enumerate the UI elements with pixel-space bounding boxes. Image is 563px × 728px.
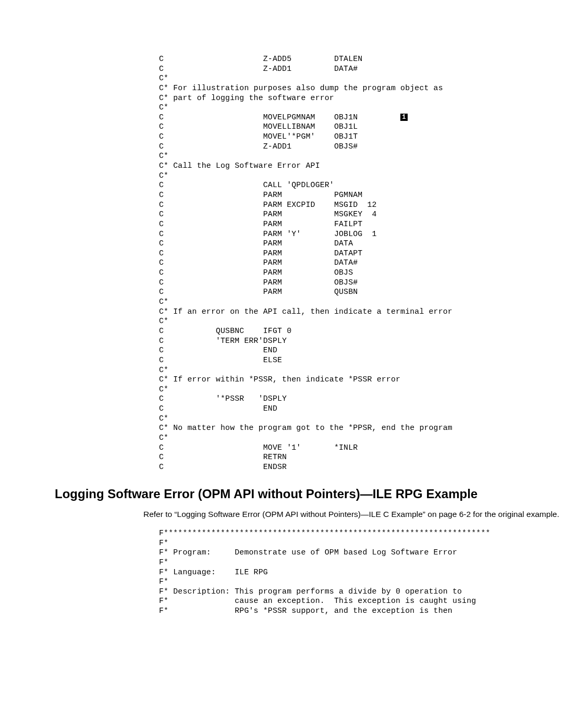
code-line: F* [159, 539, 168, 547]
code-line: C* For illustration purposes also dump t… [159, 84, 443, 92]
section-heading: Logging Software Error (OPM API without … [55, 487, 563, 501]
code-block-2: F***************************************… [159, 528, 563, 616]
code-line: F* Description: This program performs a … [159, 587, 462, 596]
code-line: C Z-ADD5 DTALEN [159, 55, 362, 63]
code-line: F* Language: ILE RPG [159, 568, 268, 576]
code-line: F***************************************… [159, 529, 491, 537]
code-line: F* cause an exception. This exception is… [159, 597, 476, 605]
code-line: C PARM PGMNAM [159, 191, 362, 199]
code-line: C PARM FAILPT [159, 220, 362, 228]
code-line: C Z-ADD1 DATA# [159, 65, 358, 73]
code-line: C MOVELLIBNAM OBJ1L [159, 122, 358, 131]
code-line: C* If an error on the API call, then ind… [159, 307, 452, 316]
code-line: C PARM EXCPID MSGID 12 [159, 201, 377, 209]
code-line: C* [159, 152, 168, 160]
code-line: C* [159, 74, 168, 82]
code-line: C MOVE '1' *INLR [159, 443, 358, 452]
code-line: C* [159, 366, 168, 374]
code-line: C PARM DATA [159, 239, 353, 248]
code-line: C* [159, 385, 168, 393]
code-line: C PARM DATAPT [159, 249, 362, 257]
code-line: C* [159, 434, 168, 442]
code-line: C END [159, 404, 277, 413]
code-line: C MOVELPGMNAM OBJ1N [159, 113, 400, 121]
code-line: C* [159, 298, 168, 306]
code-line: F* RPG's *PSSR support, and the exceptio… [159, 607, 452, 615]
code-line: C PARM MSGKEY 4 [159, 210, 377, 218]
code-line: C QUSBNC IFGT 0 [159, 327, 291, 335]
code-line: C* [159, 317, 168, 325]
code-line: C PARM DATA# [159, 258, 358, 267]
code-line: C* If error within *PSSR, then indicate … [159, 375, 400, 384]
callout-1-icon: 1 [400, 114, 408, 121]
code-line: C* [159, 103, 168, 112]
code-line: C ENDSR [159, 463, 287, 471]
code-line: C* No matter how the program got to the … [159, 424, 452, 432]
code-block-1: C Z-ADD5 DTALEN C Z-ADD1 DATA# C* C* For… [159, 54, 563, 472]
code-line: C ELSE [159, 356, 282, 364]
code-line: C 'TERM ERR'DSPLY [159, 337, 287, 345]
code-line: F* [159, 577, 168, 586]
code-line: C* [159, 171, 168, 180]
code-line: C* part of logging the software error [159, 94, 334, 102]
code-line: C RETRN [159, 453, 287, 461]
code-line: C* [159, 414, 168, 423]
code-line: C MOVEL'*PGM' OBJ1T [159, 132, 358, 141]
code-line: F* Program: Demonstrate use of OPM based… [159, 548, 457, 557]
body-paragraph: Refer to “Logging Software Error (OPM AP… [143, 509, 563, 520]
code-line: C PARM OBJS [159, 268, 353, 277]
code-line: C END [159, 346, 277, 354]
code-line: C PARM OBJS# [159, 278, 358, 287]
code-line: F* [159, 558, 168, 566]
code-line: C Z-ADD1 OBJS# [159, 142, 358, 151]
code-line: C PARM 'Y' JOBLOG 1 [159, 230, 377, 238]
code-line: C* Call the Log Software Error API [159, 162, 320, 170]
code-line: C PARM QUSBN [159, 288, 358, 296]
code-line: C '*PSSR 'DSPLY [159, 394, 287, 403]
code-line: C CALL 'QPDLOGER' [159, 181, 334, 189]
